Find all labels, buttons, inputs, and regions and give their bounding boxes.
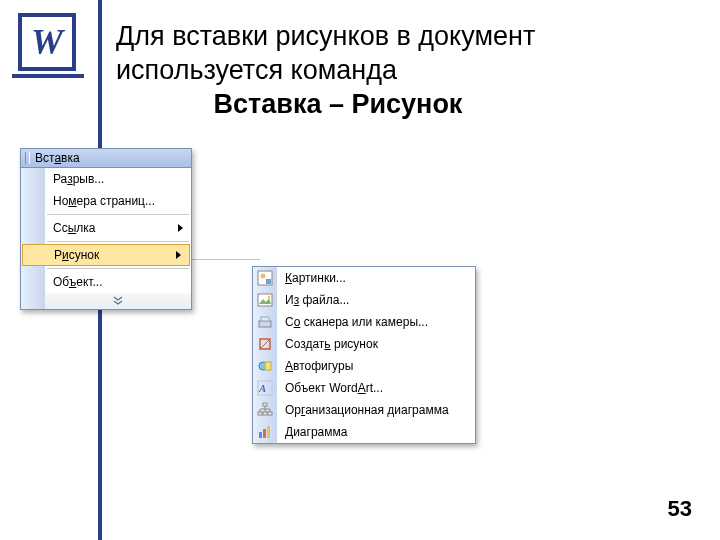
svg-point-5 <box>268 296 271 299</box>
menu-grip <box>25 152 30 164</box>
from-file-icon <box>253 289 277 311</box>
submenu-item-from-file[interactable]: Из файла... <box>277 289 475 311</box>
menu-item-object[interactable]: Объект... <box>45 271 191 293</box>
svg-rect-15 <box>263 412 267 415</box>
word-logo: W <box>18 13 76 71</box>
blank-icon <box>23 244 45 266</box>
clipart-icon <box>253 267 277 289</box>
menu-title: Вставка <box>35 151 80 165</box>
page-number: 53 <box>668 496 692 522</box>
submenu-items: Картинки... Из файла... Со сканера или к… <box>277 267 475 443</box>
submenu-item-new-drawing[interactable]: Создать рисунок <box>277 333 475 355</box>
menu-item-break[interactable]: Разрыв... <box>45 168 191 190</box>
submenu-item-clipart[interactable]: Картинки... <box>277 267 475 289</box>
svg-rect-13 <box>263 403 267 406</box>
menu-separator <box>47 268 189 269</box>
new-drawing-icon <box>253 333 277 355</box>
accent-horizontal-bar <box>12 74 84 78</box>
expand-menu-button[interactable] <box>45 293 191 309</box>
submenu-item-orgchart[interactable]: Организационная диаграмма <box>277 399 475 421</box>
wordart-icon: A <box>253 377 277 399</box>
svg-rect-7 <box>261 317 269 321</box>
autoshapes-icon <box>253 355 277 377</box>
submenu-arrow-icon <box>176 251 181 259</box>
menu-item-reference[interactable]: Ссылка <box>45 217 191 239</box>
svg-rect-18 <box>263 429 266 438</box>
submenu-arrow-icon <box>178 224 183 232</box>
menu-items: Разрыв... Номера страниц... Ссылка Рисун… <box>45 168 191 309</box>
submenu-item-scanner[interactable]: Со сканера или камеры... <box>277 311 475 333</box>
svg-rect-16 <box>268 412 272 415</box>
logo-letter: W <box>31 24 63 60</box>
svg-rect-17 <box>259 432 262 438</box>
submenu-item-wordart[interactable]: A Объект WordArt... <box>277 377 475 399</box>
svg-rect-10 <box>265 362 271 370</box>
submenu-item-autoshapes[interactable]: Автофигуры <box>277 355 475 377</box>
title-command: Вставка – Рисунок <box>214 89 463 119</box>
menu-separator <box>47 214 189 215</box>
svg-text:A: A <box>258 382 266 394</box>
insert-menu: Вставка Разрыв... Номера страниц... Ссыл… <box>20 148 192 310</box>
title-text: Для вставки рисунков в документ использу… <box>116 21 535 85</box>
menu-item-picture[interactable]: Рисунок <box>22 244 190 266</box>
slide-title: Для вставки рисунков в документ использу… <box>116 20 690 121</box>
orgchart-icon <box>253 399 277 421</box>
menu-item-page-numbers[interactable]: Номера страниц... <box>45 190 191 212</box>
svg-rect-19 <box>267 426 270 438</box>
svg-rect-2 <box>266 279 271 284</box>
submenu-item-chart[interactable]: Диаграмма <box>277 421 475 443</box>
menu-separator <box>47 241 189 242</box>
svg-rect-3 <box>258 294 272 306</box>
chart-icon <box>253 421 277 443</box>
scanner-icon <box>253 311 277 333</box>
menu-title-bar[interactable]: Вставка <box>21 149 191 168</box>
menu-icon-column <box>21 168 45 309</box>
svg-rect-14 <box>258 412 262 415</box>
picture-submenu: Картинки... Из файла... Со сканера или к… <box>252 266 476 444</box>
svg-point-1 <box>261 274 266 279</box>
svg-rect-6 <box>259 321 271 327</box>
